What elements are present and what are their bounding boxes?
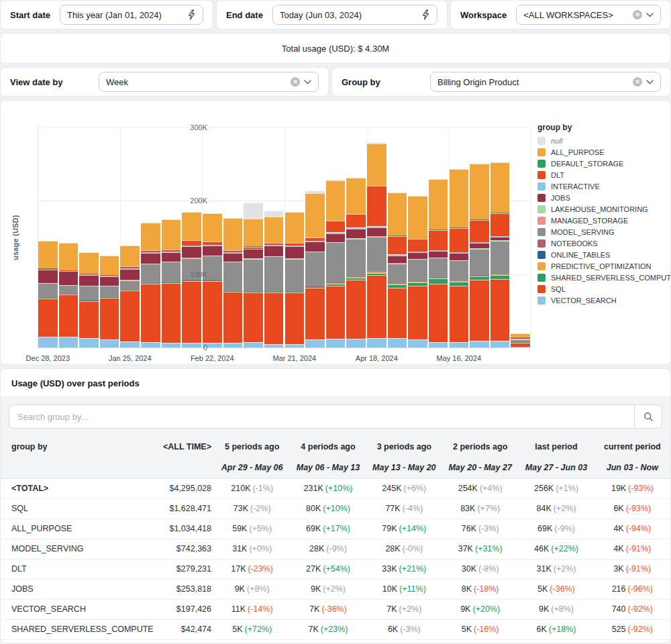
period-value-cell: 5K(-16%) <box>442 619 518 639</box>
search-input[interactable] <box>9 405 634 429</box>
legend-item-interactive[interactable]: INTERACTIVE <box>537 180 669 192</box>
lightning-bolt-icon[interactable] <box>421 9 430 20</box>
chart-bar[interactable] <box>470 164 489 347</box>
bar-segment <box>470 341 489 347</box>
total-usage-banner: Total usage (USD): $ 4.30M <box>0 33 671 64</box>
period-value: 69K <box>306 524 321 533</box>
group-by-select[interactable]: Billing Origin Product ✕ <box>430 72 661 92</box>
legend-item-predictive_optimization[interactable]: PREDICTIVE_OPTIMIZATION <box>537 260 669 272</box>
legend-item-model_serving[interactable]: MODEL_SERVING <box>537 226 669 237</box>
period-value-cell: 4K(-91%) <box>595 539 670 559</box>
legend-item-managed_storage[interactable]: MANAGED_STORAGE <box>537 215 669 226</box>
chart-bar[interactable] <box>38 241 58 347</box>
search-button[interactable] <box>634 405 662 429</box>
gridline-vertical <box>531 127 531 347</box>
group-by-cell: SHARED_SERVERLESS_COMPUTE <box>1 619 147 639</box>
legend-item-notebooks[interactable]: NOTEBOOKS <box>537 237 669 249</box>
legend-item-all_purpose[interactable]: ALL_PURPOSE <box>537 146 669 158</box>
legend-item-online_tables[interactable]: ONLINE_TABLES <box>537 249 669 260</box>
view-date-by-select[interactable]: Week ✕ <box>99 72 319 92</box>
legend-item-dlt[interactable]: DLT <box>537 169 669 180</box>
clear-icon[interactable]: ✕ <box>633 10 642 19</box>
chevron-down-icon[interactable] <box>646 80 654 85</box>
period-value-cell: 83K(+7%) <box>442 498 518 519</box>
clear-icon[interactable]: ✕ <box>633 77 642 87</box>
bar-segment <box>305 241 325 251</box>
row-group-name: JOBS <box>11 584 34 594</box>
row-group-name: SHARED_SERVERLESS_COMPUTE <box>11 625 154 634</box>
legend-swatch <box>537 228 546 236</box>
column-subheader-dates: May 27 - Jun 03 <box>518 457 594 478</box>
end-date-filter: End date Today (Jun 03, 2024) <box>216 0 448 30</box>
chart-bar[interactable] <box>346 178 366 347</box>
period-value: 84K <box>537 504 552 513</box>
chart-bar[interactable] <box>326 179 346 347</box>
chart-bar[interactable] <box>162 219 181 347</box>
period-value: 19K <box>611 484 626 493</box>
workspace-select[interactable]: <ALL WORKSPACES> ✕ <box>516 5 661 25</box>
legend-item-sql[interactable]: SQL <box>537 283 669 294</box>
chart-bar[interactable] <box>79 252 99 347</box>
x-tick-label: Apr 18, 2024 <box>356 354 398 362</box>
chart-bar[interactable] <box>429 179 448 347</box>
end-date-input[interactable]: Today (Jun 03, 2024) <box>272 5 437 25</box>
start-date-input[interactable]: This year (Jan 01, 2024) <box>60 5 203 25</box>
chart-bar[interactable] <box>59 243 79 347</box>
chevron-down-icon[interactable] <box>304 80 311 85</box>
period-change-percent: (-93%) <box>628 484 654 493</box>
group-by-cell: VECTOR_SEARCH <box>1 599 147 619</box>
group-by-label: Group by <box>342 77 421 87</box>
period-value-cell: 0 <box>595 639 670 643</box>
legend-item-jobs[interactable]: JOBS <box>537 192 669 203</box>
workspace-label: Workspace <box>460 10 507 20</box>
group-by-cell: <TOTAL> <box>1 478 147 498</box>
legend-swatch <box>537 262 546 270</box>
chart-bar[interactable] <box>285 212 305 347</box>
chart-bar[interactable] <box>408 196 427 347</box>
lightning-bolt-icon[interactable] <box>187 9 196 20</box>
bar-segment <box>326 242 346 282</box>
chart-bar[interactable] <box>141 223 160 347</box>
period-value-cell: 9K(+2%) <box>290 579 366 599</box>
view-date-by-filter: View date by Week ✕ <box>0 67 329 97</box>
column-header: current period <box>595 437 670 457</box>
chart-bar[interactable] <box>511 333 530 347</box>
all-time-cell: $1,628,471 <box>147 498 214 519</box>
bar-segment <box>429 278 448 284</box>
legend-item-lakehouse_monitoring[interactable]: LAKEHOUSE_MONITORING <box>537 203 669 215</box>
clear-icon[interactable]: ✕ <box>291 77 300 87</box>
chart-bar[interactable] <box>120 246 140 347</box>
group-by-filter: Group by Billing Origin Product ✕ <box>331 67 671 97</box>
chart-bar[interactable] <box>223 218 243 347</box>
bar-segment <box>100 256 119 276</box>
period-value-cell: 19K(-93%) <box>595 478 670 498</box>
period-value-cell: 69K(-9%) <box>518 519 594 539</box>
chart-bar[interactable] <box>491 162 510 348</box>
chart-bar[interactable] <box>244 203 263 347</box>
chart-bar[interactable] <box>367 142 386 347</box>
period-value-cell: 28K(-9%) <box>290 539 366 559</box>
period-value-cell: 73K(-2%) <box>214 498 290 519</box>
bar-segment <box>38 270 58 283</box>
chart-bar[interactable] <box>182 212 201 347</box>
chart-bar[interactable] <box>203 213 222 347</box>
legend-item-shared_serverless_compute[interactable]: SHARED_SERVERLESS_COMPUTE <box>537 272 669 283</box>
all-time-cell: $36,256 <box>147 639 214 643</box>
period-change-percent: (+72%) <box>244 625 272 634</box>
period-value: 77K <box>385 504 400 513</box>
bar-segment <box>285 212 305 243</box>
period-change-percent: (+22%) <box>551 544 578 553</box>
period-change-percent: (+31%) <box>475 544 503 553</box>
legend-item-vector_search[interactable]: VECTOR_SEARCH <box>537 294 669 306</box>
chart-bar[interactable] <box>305 191 325 347</box>
chart-bar[interactable] <box>388 193 407 347</box>
period-value: 10K <box>382 584 397 594</box>
legend-item-null[interactable]: null <box>537 135 669 146</box>
chevron-down-icon[interactable] <box>646 13 654 17</box>
chart-bar[interactable] <box>264 211 284 347</box>
chart-bar[interactable] <box>450 169 469 347</box>
legend-item-default_storage[interactable]: DEFAULT_STORAGE <box>537 158 669 169</box>
chart-bar[interactable] <box>100 256 119 347</box>
period-value-cell: 77K(-4%) <box>366 498 442 519</box>
period-change-percent: (-94%) <box>626 524 652 533</box>
